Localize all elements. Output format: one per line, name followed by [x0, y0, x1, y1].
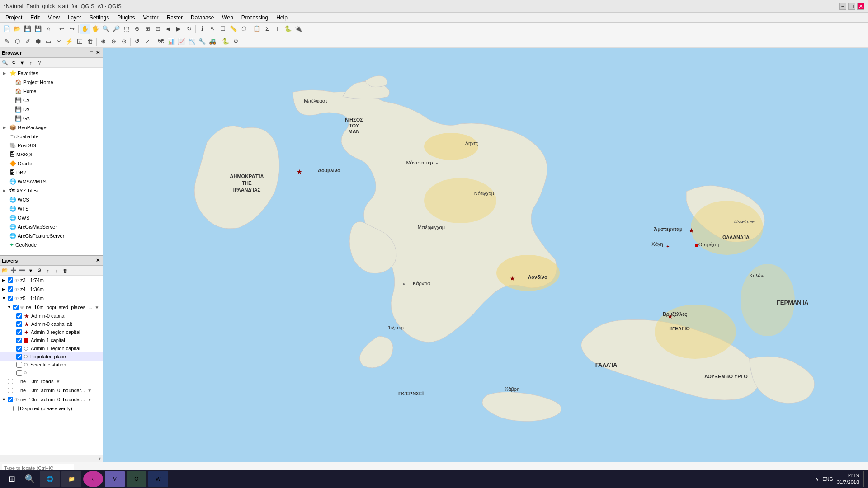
refresh-btn[interactable]: ↻ [184, 24, 194, 34]
layers-close-btn[interactable]: ✕ [95, 257, 101, 264]
show-desktop-btn[interactable] [863, 471, 864, 487]
taskbar-media[interactable]: ♫ [83, 471, 103, 487]
zoom-out-btn[interactable]: 🔎 [111, 24, 121, 34]
browser-item-spatialite[interactable]: 🗃 SpatiaLite [1, 132, 102, 141]
pan-btn[interactable]: ✋ [80, 24, 90, 34]
browser-item-favorites[interactable]: ▶ ⭐ Favorites [1, 69, 102, 78]
digitize-btn1[interactable]: ✎ [2, 37, 12, 47]
browser-item-g[interactable]: 💾 G:\ [1, 114, 102, 123]
zoom-next-btn[interactable]: ▶ [174, 24, 184, 34]
taskbar-files[interactable]: 📁 [61, 471, 81, 487]
layer-disputed[interactable]: Disputed (please verify) [0, 404, 103, 413]
save-project-btn[interactable]: 💾 [23, 24, 33, 34]
legend-empty-checkbox[interactable] [16, 370, 22, 376]
legend-admin0region-checkbox[interactable] [16, 329, 22, 335]
select-btn[interactable]: ↖ [208, 24, 217, 34]
minimize-button[interactable]: − [839, 3, 846, 10]
browser-close-btn[interactable]: ✕ [95, 49, 101, 56]
browser-item-geopackage[interactable]: ▶ 📦 GeoPackage [1, 123, 102, 132]
zoom-select-btn[interactable]: ⊡ [153, 24, 163, 34]
browser-tree[interactable]: ▶ ⭐ Favorites 🏠 Project Home 🏠 Home 💾 [0, 68, 103, 255]
digitize-btn9[interactable]: 🗑 [85, 37, 95, 47]
raster-btn2[interactable]: 📊 [166, 37, 176, 47]
layer-admin0boundv[interactable]: ▼ 👁 ne_10m_admin_0_boundar... ▼ [0, 395, 103, 404]
raster-btn4[interactable]: 📉 [187, 37, 197, 47]
browser-float-btn[interactable]: □ [89, 49, 94, 56]
layers-open-btn[interactable]: 📂 [1, 267, 9, 275]
browser-item-c[interactable]: 💾 C:\ [1, 96, 102, 105]
legend-admin1region-checkbox[interactable] [16, 346, 22, 352]
digitize-btn6[interactable]: ✂ [54, 37, 64, 47]
browser-item-wfs[interactable]: 🌐 WFS [1, 204, 102, 213]
zoom-layer-btn[interactable]: ⊞ [142, 24, 152, 34]
digitize-btn7[interactable]: ⚡ [64, 37, 74, 47]
layers-delete-btn[interactable]: 🗑 [61, 267, 69, 275]
layers-settings-btn[interactable]: ⚙ [35, 267, 43, 275]
layer-z4-checkbox[interactable] [8, 286, 13, 292]
browser-item-arcgisfeature[interactable]: 🌐 ArcGisFeatureServer [1, 231, 102, 240]
layer-disputed-checkbox[interactable] [13, 406, 19, 411]
layers-list[interactable]: ▶ 👁 z3 - 1:74m ▶ 👁 z4 - 1:36m ▼ 👁 [0, 276, 103, 455]
undo-btn[interactable]: ↩ [57, 24, 66, 34]
layer-z3[interactable]: ▶ 👁 z3 - 1:74m [0, 276, 103, 285]
python-console-btn[interactable]: 🐍 [221, 37, 231, 47]
layer-z5[interactable]: ▼ 👁 z5 - 1:18m [0, 294, 103, 303]
digitize-btn4[interactable]: ⬢ [33, 37, 43, 47]
node-btn3[interactable]: ⊘ [119, 37, 129, 47]
raster-btn6[interactable]: 🚜 [208, 37, 217, 47]
menu-project[interactable]: Project [2, 14, 26, 22]
browser-item-oracle[interactable]: 🔶 Oracle [1, 159, 102, 168]
layers-add-btn[interactable]: ➕ [9, 267, 18, 275]
browser-item-geonode[interactable]: ✦ GeoNode [1, 240, 102, 249]
layer-z3-checkbox[interactable] [8, 277, 13, 283]
layer-roads-checkbox[interactable] [8, 379, 13, 384]
print-btn[interactable]: 🖨 [43, 24, 53, 34]
layer-expand-ne10m[interactable]: ▼ [7, 305, 12, 310]
zoom-full-btn[interactable]: ⊕ [132, 24, 142, 34]
identify-btn[interactable]: ℹ [197, 24, 207, 34]
redo-btn[interactable]: ↪ [67, 24, 77, 34]
menu-plugins[interactable]: Plugins [113, 14, 138, 22]
menu-processing[interactable]: Processing [238, 14, 272, 22]
menu-web[interactable]: Web [218, 14, 236, 22]
taskbar-browser[interactable]: 🌐 [40, 471, 60, 487]
layer-ne10m[interactable]: ▼ 👁 ne_10m_populated_places_... ▼ [0, 303, 103, 312]
layer-admin0bound[interactable]: — ne_10m_admin_0_boundar... ▼ [0, 386, 103, 395]
raster-btn1[interactable]: 🗺 [156, 37, 165, 47]
layers-up-btn[interactable]: ↑ [44, 267, 52, 275]
layers-down-btn[interactable]: ↓ [52, 267, 61, 275]
layers-filter-btn[interactable]: ▼ [27, 267, 35, 275]
layer-z5-checkbox[interactable] [8, 296, 13, 301]
menu-view[interactable]: View [44, 14, 63, 22]
python-btn[interactable]: 🐍 [283, 24, 293, 34]
menu-vector[interactable]: Vector [140, 14, 162, 22]
save-as-btn[interactable]: 💾 [33, 24, 43, 34]
menu-layer[interactable]: Layer [64, 14, 85, 22]
legend-popplace-checkbox[interactable] [16, 354, 22, 360]
node-btn2[interactable]: ⊖ [108, 37, 118, 47]
layer-expand-z4[interactable]: ▶ [2, 287, 6, 291]
maximize-button[interactable]: □ [848, 3, 855, 10]
layer-ne10m-checkbox[interactable] [13, 305, 19, 310]
layer-expand-z3[interactable]: ▶ [2, 278, 6, 282]
menu-database[interactable]: Database [187, 14, 217, 22]
map-canvas[interactable]: ΔΗΜΟΚΡΑΤΊΑ ΤΗΣ ΙΡΛΑΝΔΊΑΣ ΝΉΣΟΣ ΤΟΥ ΜΑΝ Ο… [103, 48, 868, 462]
browser-item-mssql[interactable]: 🗄 MSSQL [1, 150, 102, 159]
search-button[interactable]: 🔍 [22, 471, 38, 487]
open-project-btn[interactable]: 📂 [12, 24, 22, 34]
raster-btn5[interactable]: 🔧 [197, 37, 207, 47]
menu-raster[interactable]: Raster [163, 14, 186, 22]
browser-item-xyz[interactable]: ▶ 🗺 XYZ Tiles [1, 186, 102, 195]
browser-item-wcs[interactable]: 🌐 WCS [1, 195, 102, 204]
layer-admin0bound-checkbox[interactable] [8, 388, 13, 393]
raster-btn3[interactable]: 📈 [176, 37, 186, 47]
menu-settings[interactable]: Settings [86, 14, 113, 22]
browser-item-arcgismap[interactable]: 🌐 ArcGisMapServer [1, 222, 102, 231]
processing-toolbox-btn[interactable]: ⚙ [231, 37, 241, 47]
browser-item-project-home[interactable]: 🏠 Project Home [1, 78, 102, 87]
browser-filter-btn[interactable]: ▼ [18, 59, 26, 67]
browser-item-home[interactable]: 🏠 Home [1, 87, 102, 96]
layer-z4[interactable]: ▶ 👁 z4 - 1:36m [0, 285, 103, 294]
taskbar-qgis[interactable]: Q [127, 471, 146, 487]
digitize-btn2[interactable]: ⬡ [12, 37, 22, 47]
